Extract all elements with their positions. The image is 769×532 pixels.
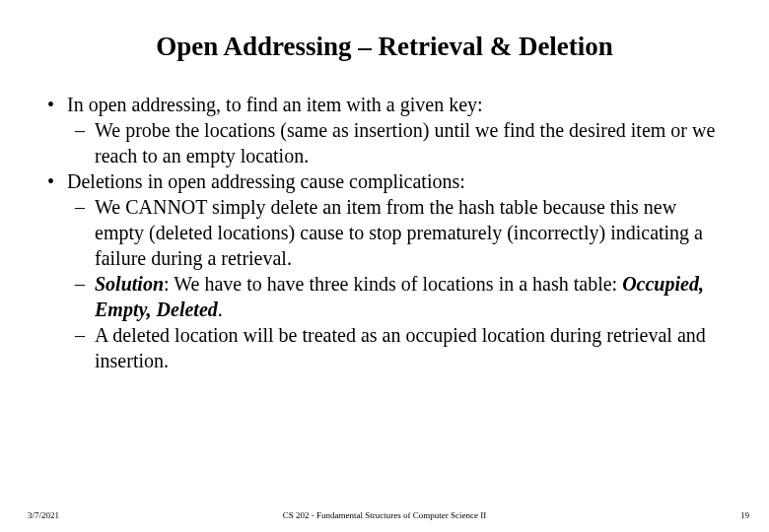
sub-bullet-item: A deleted location will be treated as an… <box>67 322 730 373</box>
sub-bullet-item: We probe the locations (same as insertio… <box>67 117 730 168</box>
sub-bullet-text: A deleted location will be treated as an… <box>95 324 706 371</box>
sub-bullet-item: We CANNOT simply delete an item from the… <box>67 194 730 271</box>
slide-title: Open Addressing – Retrieval & Deletion <box>0 0 769 82</box>
bullet-text: Deletions in open addressing cause compl… <box>67 170 465 192</box>
solution-end: . <box>218 299 223 320</box>
bullet-item: Deletions in open addressing cause compl… <box>39 168 730 373</box>
footer-course: CS 202 - Fundamental Structures of Compu… <box>0 510 769 520</box>
bullet-text: In open addressing, to find an item with… <box>67 94 483 115</box>
footer-page-number: 19 <box>740 510 749 520</box>
sub-bullet-item: Solution: We have to have three kinds of… <box>67 271 730 322</box>
slide-content: In open addressing, to find an item with… <box>0 82 769 373</box>
sub-bullet-text: We probe the locations (same as insertio… <box>95 119 715 166</box>
solution-text: : We have to have three kinds of locatio… <box>164 273 622 295</box>
sub-bullet-text: We CANNOT simply delete an item from the… <box>95 196 703 269</box>
bullet-item: In open addressing, to find an item with… <box>39 92 730 168</box>
slide: Open Addressing – Retrieval & Deletion I… <box>0 0 769 532</box>
solution-label: Solution <box>95 273 164 295</box>
